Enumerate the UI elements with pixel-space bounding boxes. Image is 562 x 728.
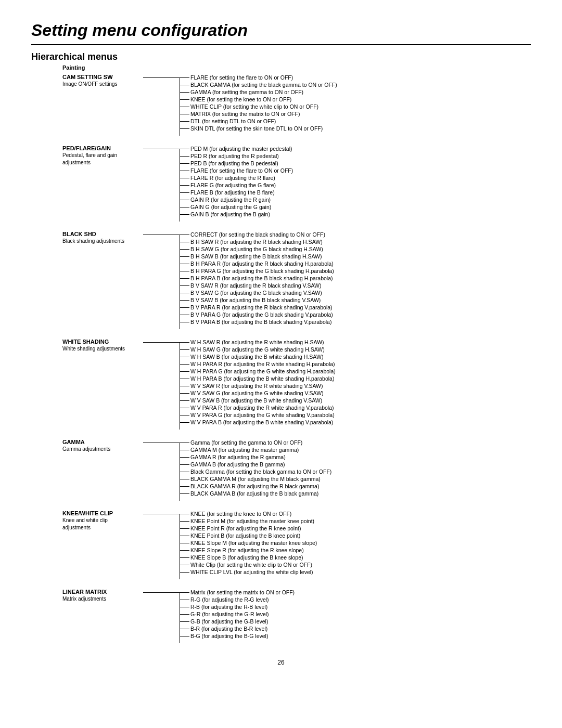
item-text: B H PARA B (for adjusting the B black sh… bbox=[190, 275, 333, 282]
list-item: B H SAW G (for adjusting the G black sha… bbox=[180, 245, 334, 253]
tick-line bbox=[180, 486, 189, 487]
group-desc: Image ON/OFF settings bbox=[62, 81, 135, 88]
menu-group-black-shd: BLACK SHDBlack shading adjustmentsCORREC… bbox=[62, 231, 531, 329]
group-name: BLACK SHD bbox=[62, 231, 143, 237]
item-text: W V SAW G (for adjusting the G white sha… bbox=[190, 389, 324, 397]
list-item: B V PARA B (for adjusting the B black sh… bbox=[180, 318, 334, 326]
list-item: Black Gamma (for setting the black gamma… bbox=[180, 468, 331, 475]
tick-line bbox=[180, 121, 189, 122]
tick-line bbox=[180, 457, 189, 458]
list-item: KNEE (for setting the knee to ON or OFF) bbox=[180, 510, 317, 517]
tick-line bbox=[180, 550, 189, 551]
list-item: B H PARA B (for adjusting the B black sh… bbox=[180, 275, 334, 282]
list-item: W V SAW B (for adjusting the B white sha… bbox=[180, 397, 336, 404]
tick-line bbox=[180, 77, 189, 78]
group-desc: White shading adjustments bbox=[62, 345, 135, 353]
item-text: W V PARA B (for adjusting the B white sh… bbox=[190, 419, 333, 426]
list-item: FLARE B (for adjusting the B flare) bbox=[180, 189, 293, 196]
item-text: B H PARA R (for adjusting the R black sh… bbox=[190, 260, 334, 267]
item-text: Matrix (for setting the matrix to ON or … bbox=[190, 589, 295, 596]
h-connector-line bbox=[143, 235, 180, 235]
list-item: FLARE (for setting the flare to ON or OF… bbox=[180, 74, 337, 81]
item-text: PED B (for adjusting the B pedestal) bbox=[190, 160, 278, 167]
list-item: R-B (for adjusting the R-B level) bbox=[180, 603, 295, 610]
list-item: KNEE (for setting the knee to ON or OFF) bbox=[180, 96, 337, 103]
item-text: GAIN B (for adjusting the B gain) bbox=[190, 211, 270, 218]
h-connector-line bbox=[143, 149, 180, 149]
group-desc: Black shading adjustments bbox=[62, 238, 135, 245]
tick-line bbox=[180, 171, 189, 171]
list-item: G-B (for adjusting the G-B level) bbox=[180, 618, 295, 625]
tick-line bbox=[180, 192, 189, 193]
tick-line bbox=[180, 107, 189, 107]
tick-line bbox=[180, 285, 189, 286]
tick-line bbox=[180, 357, 189, 357]
group-name: PED/FLARE/GAIN bbox=[62, 145, 143, 151]
item-text: W V PARA G (for adjusting the G white sh… bbox=[190, 411, 335, 419]
list-item: BLACK GAMMA M (for adjusting the M black… bbox=[180, 475, 331, 483]
tick-line bbox=[180, 393, 189, 394]
list-item: B H SAW R (for adjusting the R black sha… bbox=[180, 238, 334, 245]
list-item: Matrix (for setting the matrix to ON or … bbox=[180, 589, 295, 596]
list-item: PED M (for adjusting the master pedestal… bbox=[180, 145, 293, 152]
item-text: W V SAW B (for adjusting the B white sha… bbox=[190, 397, 322, 404]
tick-line bbox=[180, 371, 189, 372]
item-text: Gamma (for setting the gamma to ON or OF… bbox=[190, 439, 302, 446]
group-name: LINEAR MATRIX bbox=[62, 589, 143, 595]
tick-line bbox=[180, 600, 189, 600]
list-item: W V PARA B (for adjusting the B white sh… bbox=[180, 419, 336, 426]
tick-line bbox=[180, 214, 189, 215]
list-item: KNEE Point M (for adjusting the master k… bbox=[180, 517, 317, 525]
item-text: B V SAW R (for adjusting the R black sha… bbox=[190, 282, 322, 289]
item-text: GAMMA B (for adjusting the B gamma) bbox=[190, 461, 285, 468]
item-text: KNEE Point B (for adjusting the B knee p… bbox=[190, 532, 300, 539]
item-text: DTL (for setting DTL to ON or OFF) bbox=[190, 118, 276, 125]
tick-line bbox=[180, 464, 189, 465]
tick-line bbox=[180, 514, 189, 514]
item-text: FLARE R (for adjusting the R flare) bbox=[190, 174, 275, 181]
list-item: GAMMA M (for adjusting the master gamma) bbox=[180, 446, 331, 453]
item-text: KNEE (for setting the knee to ON or OFF) bbox=[190, 510, 291, 517]
h-connector-line bbox=[143, 342, 180, 343]
item-text: R-B (for adjusting the R-B level) bbox=[190, 603, 267, 610]
menu-group-linear-matrix: LINEAR MATRIXMatrix adjustmentsMatrix (f… bbox=[62, 589, 531, 643]
item-text: W V PARA R (for adjusting the R white sh… bbox=[190, 404, 334, 411]
tick-line bbox=[180, 557, 189, 558]
item-text: B H SAW R (for adjusting the R black sha… bbox=[190, 238, 323, 245]
group-desc: Matrix adjustments bbox=[62, 595, 135, 603]
item-text: WHITE CLIP LVL (for adjusting the white … bbox=[190, 568, 313, 576]
menu-group-cam-setting-sw: CAM SETTING SWImage ON/OFF settingsFLARE… bbox=[62, 74, 531, 136]
list-item: PED R (for adjusting the R pedestal) bbox=[180, 152, 293, 160]
item-text: W H PARA R (for adjusting the R white sh… bbox=[190, 360, 335, 368]
list-item: FLARE R (for adjusting the R flare) bbox=[180, 174, 293, 181]
item-text: B-G (for adjusting the B-G level) bbox=[190, 632, 268, 640]
tick-line bbox=[180, 185, 189, 186]
item-text: B V PARA B (for adjusting the B black sh… bbox=[190, 318, 331, 326]
item-text: KNEE (for setting the knee to ON or OFF) bbox=[190, 96, 291, 103]
list-item: B H PARA R (for adjusting the R black sh… bbox=[180, 260, 334, 267]
list-item: PED B (for adjusting the B pedestal) bbox=[180, 160, 293, 167]
list-item: B-G (for adjusting the B-G level) bbox=[180, 632, 295, 640]
list-item: B V SAW G (for adjusting the G black sha… bbox=[180, 289, 334, 296]
item-text: B V SAW G (for adjusting the G black sha… bbox=[190, 289, 322, 296]
tick-line bbox=[180, 386, 189, 386]
list-item: GAIN R (for adjusting the R gain) bbox=[180, 196, 293, 203]
group-name: CAM SETTING SW bbox=[62, 74, 143, 80]
item-text: GAMMA M (for adjusting the master gamma) bbox=[190, 446, 299, 453]
item-text: G-B (for adjusting the G-B level) bbox=[190, 618, 268, 625]
list-item: GAMMA B (for adjusting the B gamma) bbox=[180, 461, 331, 468]
item-text: GAMMA R (for adjusting the R gamma) bbox=[190, 453, 286, 461]
tick-line bbox=[180, 307, 189, 308]
list-item: G-R (for adjusting the G-R level) bbox=[180, 610, 295, 618]
tick-line bbox=[180, 271, 189, 271]
page-title: Setting menu configuration bbox=[31, 21, 531, 40]
item-text: FLARE G (for adjusting the G flare) bbox=[190, 181, 276, 189]
item-text: B V PARA G (for adjusting the G black sh… bbox=[190, 311, 333, 318]
tick-line bbox=[180, 300, 189, 301]
item-text: W H SAW G (for adjusting the G white sha… bbox=[190, 346, 325, 353]
tick-line bbox=[180, 249, 189, 250]
list-item: BLACK GAMMA B (for adjusting the B black… bbox=[180, 490, 331, 497]
list-item: GAMMA R (for adjusting the R gamma) bbox=[180, 453, 331, 461]
item-text: FLARE (for setting the flare to ON or OF… bbox=[190, 167, 293, 174]
item-text: BLACK GAMMA M (for adjusting the M black… bbox=[190, 475, 321, 483]
